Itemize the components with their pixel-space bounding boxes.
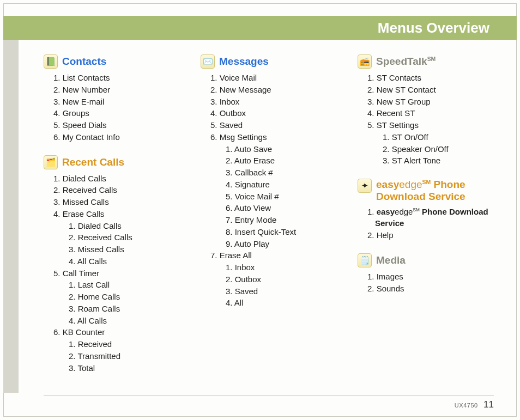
list-item: 1. Last Call [69,279,184,291]
list-item: 3. Inbox [210,96,341,108]
speedtalk-icon: 📻 [358,54,372,69]
page-number: 11 [483,399,494,410]
list-item: 1. List Contacts [53,72,184,84]
messages-icon: ✉️ [201,54,215,69]
section-speedtalk: 📻 SpeedTalkSM 1. ST Contacts 2. New ST C… [358,54,498,167]
list-item: 7. Erase All [210,249,341,261]
column-2: ✉️ Messages 1. Voice Mail 2. New Message… [201,54,341,387]
list-item: 4. Signature [226,179,341,191]
easy-bold: easy [377,207,395,216]
contacts-icon: 📗 [44,54,58,69]
section-header-contacts: 📗 Contacts [44,54,184,69]
st-settings-sublist: 1. ST On/Off 2. Speaker On/Off 3. ST Ale… [367,131,498,167]
list-item: 1. Auto Save [226,143,341,155]
list-item: 7. Entry Mode [226,214,341,226]
media-list: 1. Images 2. Sounds [358,271,498,295]
header-band: Menus Overview [3,16,517,40]
list-item: 2. New ST Contact [367,84,498,96]
section-recent-calls: 🗂️ Recent Calls 1. Dialed Calls 2. Recei… [44,155,184,374]
section-contacts: 📗 Contacts 1. List Contacts 2. New Numbe… [44,54,184,143]
section-header-recent: 🗂️ Recent Calls [44,155,184,169]
contacts-title: Contacts [62,56,106,68]
list-item: 6. My Contact Info [53,131,184,143]
list-item: 5. Saved [210,119,341,131]
sm-mark: SM [413,208,419,212]
list-item: 2. New Message [210,84,341,96]
list-item: 4. Recent ST [367,107,498,119]
erase-calls-sublist: 1. Dialed Calls 2. Received Calls 3. Mis… [53,220,184,267]
list-item: 3. New ST Group [367,96,498,108]
list-item: 1. Inbox [226,261,341,273]
list-item: 2. New Number [53,84,184,96]
list-item: 1. Voice Mail [210,72,341,84]
edge-normal: edge [395,207,413,216]
list-item: 1. Dialed Calls [69,220,184,232]
list-item: 4. Erase Calls [53,208,184,220]
easyedge-title: easyedgeSM Phone Download Service [376,179,465,203]
footer: UX4750 11 [44,395,494,410]
section-header-easyedge: ✦ easyedgeSM Phone Download Service [358,179,498,203]
list-item: 2. Speaker On/Off [383,143,498,155]
phone-download: Phone Download [420,207,488,216]
list-item: 4. All Calls [69,315,184,327]
media-icon: 🗒️ [358,253,372,267]
side-spine [3,40,19,393]
list-item: 1. Received [69,338,184,350]
column-3: 📻 SpeedTalkSM 1. ST Contacts 2. New ST C… [358,54,498,387]
list-item: 3. Total [69,362,184,374]
recent-list: 1. Dialed Calls 2. Received Calls 3. Mis… [44,173,184,374]
list-item: 2. Help [367,229,498,241]
list-item: 5. Speed Dials [53,119,184,131]
download-service-text: Download Service [376,191,465,202]
easyedge-list: 1. easyedgeSM Phone Download Service 2. … [358,206,498,241]
easy-text: easy [376,179,399,190]
speedtalk-title: SpeedTalkSM [376,56,436,68]
list-item: 9. Auto Play [226,238,341,250]
edge-text: edge [399,179,422,190]
list-item: 5. Call Timer [53,267,184,279]
section-header-messages: ✉️ Messages [201,54,341,69]
recent-calls-icon: 🗂️ [44,155,58,169]
list-item: 1. ST On/Off [383,131,498,143]
model-label: UX4750 [455,402,478,409]
media-title: Media [376,254,406,266]
list-item: 3. Missed Calls [53,196,184,208]
list-item: 3. Callback # [226,167,341,179]
easyedge-icon: ✦ [358,179,372,193]
content: 📗 Contacts 1. List Contacts 2. New Numbe… [44,54,498,387]
list-item: 2. Sounds [367,283,498,295]
list-item: 3. New E-mail [53,96,184,108]
list-item: 2. Home Calls [69,291,184,303]
section-messages: ✉️ Messages 1. Voice Mail 2. New Message… [201,54,341,309]
list-item: 5. ST Settings [367,119,498,131]
section-media: 🗒️ Media 1. Images 2. Sounds [358,253,498,295]
speedtalk-list: 1. ST Contacts 2. New ST Contact 3. New … [358,72,498,167]
sm-mark: SM [427,56,436,62]
list-item: 3. Roam Calls [69,303,184,315]
list-item: 4. Outbox [210,107,341,119]
column-1: 📗 Contacts 1. List Contacts 2. New Numbe… [44,54,184,387]
section-header-speedtalk: 📻 SpeedTalkSM [358,54,498,69]
call-timer-sublist: 1. Last Call 2. Home Calls 3. Roam Calls… [53,279,184,326]
list-item: 8. Insert Quick-Text [226,226,341,238]
sm-mark: SM [422,179,431,185]
list-item: 2. Transmitted [69,350,184,362]
list-item: 2. Auto Erase [226,155,341,167]
list-item-continuation: Service [367,217,498,229]
list-item: 6. Msg Settings [210,131,341,143]
list-item: 5. Voice Mail # [226,191,341,203]
section-header-media: 🗒️ Media [358,253,498,267]
phone-text: Phone [434,179,465,190]
list-item: 2. Received Calls [69,232,184,244]
list-item: 4. All Calls [69,255,184,267]
list-item: 3. ST Alert Tone [383,155,498,167]
speedtalk-title-text: SpeedTalk [376,56,427,67]
messages-title: Messages [219,56,269,68]
contacts-list: 1. List Contacts 2. New Number 3. New E-… [44,72,184,143]
header-title: Menus Overview [378,20,489,36]
list-item: 2. Received Calls [53,184,184,196]
list-item: 2. Outbox [226,273,341,285]
list-item: 1. Images [367,271,498,283]
list-item: 4. Groups [53,107,184,119]
list-item: 3. Saved [226,285,341,297]
